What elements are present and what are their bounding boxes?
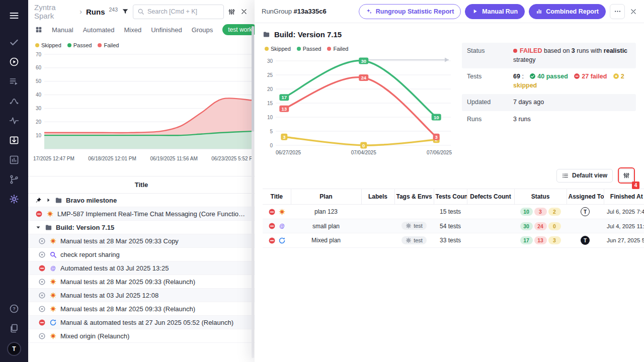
more-button[interactable] — [610, 4, 625, 19]
run-row[interactable]: Manual tests at 28 Mar 2025 09:33 Copy — [28, 234, 255, 248]
grid-icon — [35, 26, 42, 33]
col-plan[interactable]: Plan — [291, 189, 361, 205]
dots-icon — [614, 8, 621, 15]
run-row[interactable]: Manual tests at 28 Mar 2025 09:33 (Relau… — [28, 302, 255, 316]
plan-cell: small plan — [291, 219, 361, 233]
breadcrumb-project[interactable]: Zyntra Spark — [34, 3, 75, 20]
col-status[interactable]: Status — [514, 189, 567, 205]
combined-report-button[interactable]: Combined Report — [529, 4, 606, 19]
tab-groups[interactable]: Groups — [192, 26, 213, 34]
legend-failed: Failed — [98, 42, 119, 48]
gear-small-icon — [406, 237, 412, 243]
search-icon — [137, 8, 144, 15]
caret-down-icon[interactable] — [35, 224, 41, 230]
search-input[interactable] — [147, 8, 219, 15]
filter-button[interactable] — [121, 7, 130, 16]
sidebar-item-docs[interactable] — [5, 319, 24, 337]
run-row[interactable]: LMP-587 Implement Real-Time Chat Messagi… — [28, 207, 255, 221]
search-settings-button[interactable] — [227, 7, 236, 17]
ban-icon — [38, 319, 46, 326]
sidebar-item-runs[interactable] — [5, 53, 24, 71]
folder-icon — [263, 31, 270, 38]
tab-mixed[interactable]: Mixed — [124, 26, 142, 34]
cycle-icon — [278, 237, 286, 244]
play-circle-icon — [9, 57, 19, 67]
table-row[interactable]: Mixed plantest33 tests17133TJun 27, 2025… — [263, 233, 644, 248]
tab-automated[interactable]: Automated — [83, 26, 115, 34]
list-play-icon — [9, 76, 19, 86]
run-title: Manual tests at 28 Mar 2025 09:33 (Relau… — [60, 305, 248, 313]
caret-right-icon[interactable] — [45, 197, 51, 203]
run-row[interactable]: Manual tests at 03 Jul 2025 12:08 — [28, 289, 255, 302]
inbox-arrow-icon — [9, 135, 19, 145]
legend-skipped: Skipped — [35, 42, 61, 48]
run-row[interactable]: check report sharing — [28, 248, 255, 261]
runs-list: Bravo milestoneLMP-587 Implement Real-Ti… — [28, 194, 255, 343]
x-tick-label: 06/18/2025 12:01 PM — [88, 156, 136, 163]
tests-count-cell: 33 tests — [434, 233, 467, 248]
tab-manual[interactable]: Manual — [52, 26, 73, 34]
svg-text:17: 17 — [282, 95, 287, 100]
run-row[interactable]: Mixed origin (Relaunch) — [28, 329, 255, 343]
svg-text:50: 50 — [36, 78, 42, 84]
sidebar-item-settings[interactable] — [5, 190, 24, 208]
svg-text:3: 3 — [435, 134, 438, 140]
svg-text:@: @ — [279, 223, 284, 229]
help-icon: ? — [9, 304, 19, 314]
run-row[interactable]: Manual & automated tests at 27 Jun 2025 … — [28, 316, 255, 329]
assignee-avatar[interactable]: T — [581, 207, 590, 216]
explosion-icon — [49, 292, 57, 299]
rungroup-statistic-report-button[interactable]: Rungroup Statistic Report — [359, 4, 461, 19]
col-title[interactable]: Title — [263, 189, 291, 205]
x-tick-label: 06/23/2025 5:52 P — [211, 156, 253, 163]
runs-panel-close-button[interactable] — [239, 7, 249, 16]
progress-icon — [38, 237, 46, 245]
table-row[interactable]: plan 12315 tests1032TJul 6, 2025 7:40 — [263, 205, 644, 219]
col-defects-count[interactable]: Defects Count — [467, 189, 514, 205]
col-labels[interactable]: Labels — [361, 189, 394, 205]
tag-pill: test — [401, 236, 427, 244]
tab-unfinished[interactable]: Unfinished — [151, 26, 182, 34]
run-row[interactable]: Manual tests at 28 Mar 2025 09:33 (Relau… — [28, 275, 255, 289]
check-circle-icon — [529, 73, 536, 79]
manual-run-button[interactable]: Manual Run — [465, 4, 525, 19]
drawer-close-button[interactable] — [630, 8, 637, 15]
svg-text:10: 10 — [434, 115, 439, 120]
tab-test-work[interactable]: test work — [222, 24, 255, 35]
table-row[interactable]: @small plantest54 tests30240Jul 4, 2025 … — [263, 219, 644, 233]
run-title: Manual tests at 28 Mar 2025 09:33 (Relau… — [60, 278, 248, 286]
sidebar-item-help[interactable]: ? — [5, 300, 24, 318]
search-box[interactable] — [133, 5, 224, 19]
sidebar-item-test-plans[interactable] — [5, 72, 24, 90]
sidebar-item-requirements[interactable] — [5, 131, 24, 149]
col-finished-at[interactable]: Finished At — [604, 189, 644, 205]
sidebar-item-milestones[interactable] — [5, 92, 24, 110]
col-tags-envs[interactable]: Tags & Envs — [394, 189, 434, 205]
sidebar-item-activity[interactable] — [5, 112, 24, 130]
status-badge: 3 — [534, 208, 547, 216]
columns-settings-button[interactable] — [619, 169, 633, 182]
scrollbar[interactable] — [252, 26, 254, 358]
tab-grid[interactable] — [35, 26, 42, 33]
sidebar-item-reports[interactable] — [5, 151, 24, 169]
col-assigned-to[interactable]: Assigned To — [567, 189, 604, 205]
explosion-icon — [49, 278, 57, 286]
progress-icon — [38, 332, 46, 340]
progress-icon — [38, 305, 46, 313]
menu-icon[interactable] — [5, 7, 24, 25]
default-view-button[interactable]: Default view — [556, 169, 613, 183]
sidebar-item-integrations[interactable] — [5, 170, 24, 189]
status-badges: 17133 — [520, 236, 561, 244]
status-badge: 24 — [534, 222, 547, 230]
run-row[interactable]: Bravo milestone — [28, 194, 255, 207]
svg-text:3: 3 — [283, 134, 285, 140]
dot-circle-icon — [613, 73, 619, 79]
sidebar-item-tests[interactable] — [5, 33, 24, 51]
run-row[interactable]: @Automated tests at 03 Jul 2025 13:25 — [28, 261, 255, 275]
assignee-avatar[interactable]: T — [581, 236, 590, 245]
user-avatar[interactable]: T — [7, 342, 21, 356]
search-icon — [137, 8, 144, 15]
run-row[interactable]: Build: Version 7.15 — [28, 221, 255, 234]
legend-passed: Passed — [67, 42, 92, 48]
col-tests-count[interactable]: Tests Count — [434, 189, 467, 205]
